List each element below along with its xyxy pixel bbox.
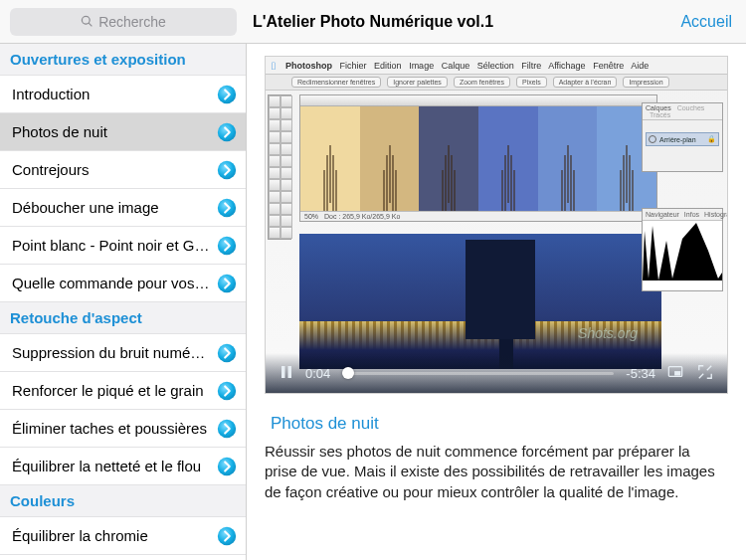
sidebar-item[interactable]: Équilibrer la netteté et le flou: [0, 448, 246, 485]
chevron-right-icon: [216, 84, 238, 105]
sidebar-item-label: Suppression du bruit numérique: [12, 344, 216, 361]
sidebar-item-label: Quelle commande pour vos réglages: [12, 275, 216, 291]
sidebar-item[interactable]: Renforcer le piqué et le grain: [0, 372, 246, 410]
svg-point-8: [218, 419, 236, 437]
ps-menu-item: Affichage: [548, 61, 585, 71]
sidebar-item[interactable]: Point blanc - Point noir et Gamma: [0, 227, 246, 265]
sidebar-item[interactable]: Photos de nuit: [0, 113, 246, 151]
ps-navigator-panel: NavigateurInfosHistogramme: [642, 208, 723, 291]
fullscreen-button[interactable]: [697, 364, 713, 383]
ps-thumb: [300, 106, 360, 211]
sidebar-item[interactable]: Contrejours: [0, 151, 246, 189]
time-remaining: -5:34: [626, 366, 655, 381]
ps-option-chip: Zoom fenêtres: [454, 77, 510, 88]
ps-tool: [280, 215, 292, 227]
page-title: L'Atelier Photo Numérique vol.1: [253, 13, 493, 31]
sidebar-section-header: Couleurs: [0, 485, 246, 517]
ps-thumb: [538, 106, 598, 211]
ps-tool: [269, 95, 280, 107]
ps-tool: [280, 167, 292, 179]
ps-menu-item: Fichier: [340, 61, 367, 71]
sidebar-item-label: Éliminer taches et poussières: [12, 420, 216, 437]
sidebar: Ouvertures et expositionIntroductionPhot…: [0, 44, 247, 560]
home-link[interactable]: Accueil: [680, 13, 732, 31]
search-placeholder: Recherche: [98, 14, 166, 30]
ps-tool: [269, 155, 280, 167]
sidebar-item[interactable]: Équilibrer la chromie: [0, 517, 246, 555]
ps-option-chip: Impression: [623, 77, 668, 88]
ps-menu-item: Edition: [374, 61, 402, 71]
video-watermark: Shots.org: [578, 325, 638, 341]
sidebar-item-label: Équilibrer la netteté et le flou: [12, 458, 216, 474]
svg-point-7: [218, 381, 236, 399]
chevron-right-icon: [216, 121, 238, 143]
ps-thumb: [360, 106, 420, 211]
sidebar-item-label: Déboucher une image: [12, 199, 216, 216]
video-scrubber[interactable]: [342, 372, 614, 375]
ps-doc-info: Doc : 265,9 Ko/265,9 Ko: [324, 213, 400, 220]
sidebar-item-label: Renforcer le piqué et le grain: [12, 382, 216, 399]
search-icon: [81, 15, 93, 28]
lesson-title: Photos de nuit: [271, 414, 728, 434]
ps-toolbox: [268, 94, 291, 240]
svg-point-1: [218, 122, 236, 140]
svg-rect-14: [288, 366, 292, 378]
ps-tool: [269, 191, 280, 203]
time-elapsed: 0:04: [305, 366, 330, 381]
sidebar-item[interactable]: Suppression du bruit numérique: [0, 334, 246, 372]
ps-tool: [280, 95, 292, 107]
svg-rect-16: [674, 371, 680, 375]
chevron-right-icon: [216, 380, 238, 402]
pause-button[interactable]: [280, 365, 293, 382]
ps-tool: [269, 131, 280, 143]
ps-tool: [280, 119, 292, 131]
ps-thumb: [419, 106, 478, 211]
ps-option-chip: Ignorer palettes: [387, 77, 448, 88]
ps-tool: [280, 131, 292, 143]
sidebar-item[interactable]: Quelle commande pour vos réglages: [0, 265, 246, 302]
ps-tool: [280, 143, 292, 155]
ps-menu-item: Fenêtre: [593, 61, 624, 71]
ps-menu-item: Calque: [442, 61, 470, 71]
svg-point-4: [218, 236, 236, 254]
svg-rect-13: [281, 366, 285, 378]
sidebar-item[interactable]: Déboucher une image: [0, 189, 246, 227]
pip-button[interactable]: [667, 364, 683, 383]
ps-document-window: 50% Doc : 265,9 Ko/265,9 Ko: [299, 94, 657, 222]
chevron-right-icon: [216, 273, 238, 294]
search-input[interactable]: Recherche: [10, 8, 237, 36]
ps-tool: [280, 179, 292, 191]
sidebar-item[interactable]: Éliminer une dominante: [0, 555, 246, 560]
video-frame[interactable]:  Photoshop Fichier Edition Image Calque…: [265, 56, 728, 394]
svg-point-6: [218, 343, 236, 361]
ps-menu-bar:  Photoshop Fichier Edition Image Calque…: [266, 57, 727, 75]
ps-tool: [269, 167, 280, 179]
ps-option-chip: Adapter à l'écran: [553, 77, 618, 88]
ps-tool: [269, 119, 280, 131]
ps-tool: [280, 227, 292, 239]
sidebar-item[interactable]: Introduction: [0, 76, 246, 113]
sidebar-item-label: Photos de nuit: [12, 123, 216, 140]
ps-tool: [280, 191, 292, 203]
chevron-right-icon: [216, 525, 238, 547]
ps-tool: [269, 215, 280, 227]
ps-thumb: [478, 106, 538, 211]
sidebar-section-header: Ouvertures et exposition: [0, 44, 246, 76]
header: Recherche L'Atelier Photo Numérique vol.…: [0, 0, 746, 44]
svg-point-9: [218, 457, 236, 474]
video-controls: 0:04 -5:34: [266, 353, 727, 393]
sidebar-item-label: Contrejours: [12, 161, 216, 178]
ps-menu-item: Sélection: [477, 61, 514, 71]
sidebar-item-label: Point blanc - Point noir et Gamma: [12, 237, 216, 254]
svg-point-2: [218, 160, 236, 178]
chevron-right-icon: [216, 456, 238, 477]
apple-logo-icon: : [272, 60, 276, 72]
ps-menu-item: Aide: [631, 61, 649, 71]
ps-tool: [280, 155, 292, 167]
ps-tool: [280, 107, 292, 119]
chevron-right-icon: [216, 342, 238, 364]
ps-hero-image: [299, 234, 661, 369]
ps-tool: [269, 107, 280, 119]
sidebar-item[interactable]: Éliminer taches et poussières: [0, 410, 246, 448]
ps-menu-item: Photoshop: [285, 61, 332, 71]
